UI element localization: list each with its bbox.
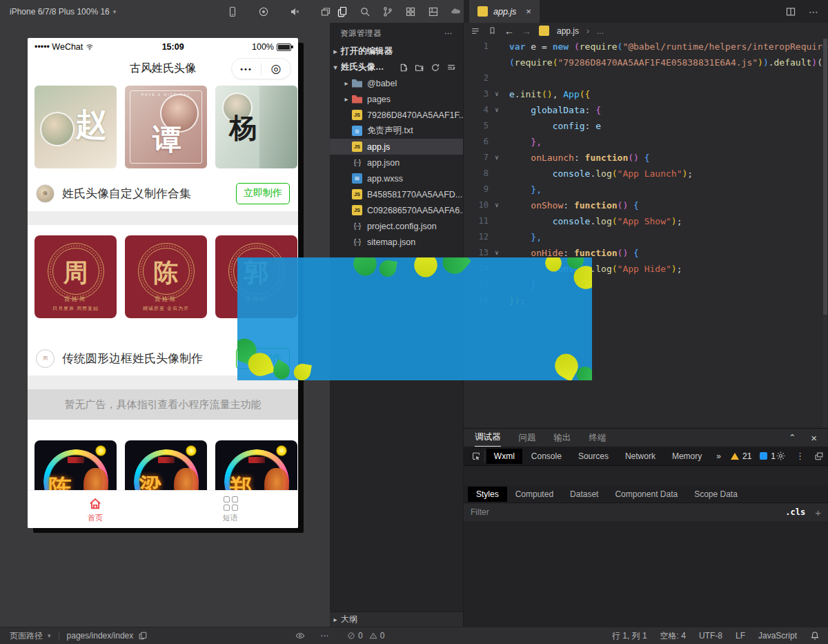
debugger-tab-输出[interactable]: 输出 [554,432,571,444]
project-root-row[interactable]: ▾姓氏头像框... [330,59,463,75]
avatar-neon-chen[interactable]: 陈 [34,440,117,490]
devtools-tab-sources[interactable]: Sources [571,449,616,464]
editor-scrollbar[interactable] [823,39,827,428]
mute-icon[interactable] [288,6,300,17]
avatar-red-zhou[interactable]: 周 我姓周 日月星辰 周而复始 [34,235,117,318]
file-row-@babel[interactable]: ▸@babel [330,75,463,91]
file-row-app.wxss[interactable]: app.wxss [330,170,463,186]
avatar-photo-zhao[interactable]: 赵 [34,86,117,168]
styles-tab-scope-data[interactable]: Scope Data [686,487,746,502]
close-icon[interactable]: × [526,6,531,17]
file-row-pages[interactable]: ▸pages [330,91,463,107]
bookmark-icon[interactable] [488,26,497,35]
more-icon[interactable]: ⋯ [809,6,818,17]
record-icon[interactable] [257,6,269,17]
avatar-neon-zheng[interactable]: 郑 [215,440,297,490]
fold-chevron-icon[interactable]: ∨ [489,102,505,118]
exit-target-icon[interactable]: ◎ [262,61,290,76]
fold-chevron-icon[interactable]: ∨ [489,150,505,166]
phone-icon[interactable] [226,6,238,17]
file-row-sitemap.json[interactable]: sitemap.json [330,234,463,250]
inspect-element-icon[interactable] [468,450,485,462]
collapse-all-icon[interactable] [446,63,456,72]
breadcrumb-more[interactable]: ... [597,26,604,36]
encoding[interactable]: UTF-8 [699,631,722,641]
outline-menu-icon[interactable] [471,26,480,36]
styles-tab-styles[interactable]: Styles [468,487,507,502]
avatar-photo-tan[interactable]: HAVE A NICE DAY 谭 [125,86,207,168]
settings-gear-icon[interactable] [776,451,786,461]
search-icon[interactable] [359,6,371,17]
explorer-more-icon[interactable]: ⋯ [444,28,453,38]
tab-overflow-icon[interactable]: » [716,451,721,461]
add-style-icon[interactable]: + [815,507,821,518]
filter-input[interactable]: Filter [471,507,489,517]
back-arrow-icon[interactable]: ← [504,26,514,37]
cloud-icon[interactable] [450,6,462,17]
more-dots-icon[interactable]: ••• [232,65,261,73]
file-row-B458581770AA5AAFD...[interactable]: B458581770AA5AAFD... [330,186,463,202]
undock-icon[interactable] [814,451,824,461]
git-branch-icon[interactable] [382,6,393,17]
outline-section[interactable]: ▸大纲 [330,612,463,627]
json-file-icon [352,237,362,247]
bell-icon[interactable] [810,631,820,641]
eye-icon[interactable] [295,631,305,641]
copy-icon[interactable] [138,631,148,641]
devtools-tab-wxml[interactable]: Wxml [486,449,522,464]
eol-setting[interactable]: LF [736,631,745,641]
code-line: 6 }, [464,134,828,150]
breadcrumb-file[interactable]: app.js [557,26,579,36]
forward-arrow-icon[interactable]: → [522,26,531,37]
fold-chevron-icon[interactable]: ∨ [489,197,505,213]
file-row-_.txt[interactable]: 免责声明.txt [330,123,463,139]
language-mode[interactable]: JavaScript [758,631,797,641]
styles-tab-computed[interactable]: Computed [507,487,562,502]
warning-count[interactable]: 0 [380,631,385,641]
layout-icon[interactable] [427,6,439,17]
leaf-decoration [349,257,381,280]
devtools-tab-network[interactable]: Network [618,449,663,464]
files-icon[interactable] [336,6,348,17]
devtools-tab-console[interactable]: Console [524,449,569,464]
cursor-position[interactable]: 行 1, 列 1 [612,630,647,642]
windows-icon[interactable] [319,6,331,17]
info-count[interactable]: 1 [771,451,776,461]
file-row-app.json[interactable]: app.json [330,155,463,170]
avatar-red-chen[interactable]: 陈 我姓陈 精诚所至 金石为开 [125,235,207,318]
file-row-C092686570AA5AAFA6...[interactable]: C092686570AA5AAFA6... [330,202,463,218]
device-selector[interactable]: iPhone 6/7/8 Plus 100% 16 ▾ [0,7,116,17]
file-row-79286D8470AA5AAF1F...[interactable]: 79286D8470AA5AAF1F... [330,107,463,123]
tab-home[interactable]: 首页 [28,491,163,528]
open-editors-section[interactable]: ▸打开的编辑器 [330,43,463,59]
page-path-label[interactable]: 页面路径 [10,630,43,642]
avatar-photo-yang[interactable]: 杨 [215,86,297,168]
styles-tab-dataset[interactable]: Dataset [562,487,607,502]
new-file-icon[interactable] [399,63,408,72]
make-now-button[interactable]: 立即制作 [236,183,290,204]
refresh-icon[interactable] [431,63,440,72]
debugger-tab-终端[interactable]: 终端 [589,432,607,444]
file-row-project.config.json[interactable]: project.config.json [330,218,463,234]
styles-tab-component-data[interactable]: Component Data [607,487,686,502]
file-row-app.js[interactable]: app.js [330,139,463,155]
collapse-panel-icon[interactable]: ⌃ [789,433,796,442]
indent-setting[interactable]: 空格: 4 [660,630,686,642]
close-panel-icon[interactable]: × [811,432,817,444]
page-path-value[interactable]: pages/index/index [67,631,134,641]
tab-app-js[interactable]: app.js × [469,0,540,23]
debugger-tab-调试器[interactable]: 调试器 [475,429,501,447]
kebab-menu-icon[interactable]: ⋮ [796,451,805,461]
more-icon[interactable]: ⋯ [320,631,328,641]
debugger-tab-问题[interactable]: 问题 [519,432,536,444]
warning-count[interactable]: 21 [742,451,751,461]
cls-toggle[interactable]: .cls [785,507,805,517]
extensions-icon[interactable] [404,6,416,17]
error-count[interactable]: 0 [358,631,363,641]
new-folder-icon[interactable] [415,63,424,72]
avatar-neon-liang[interactable]: 梁 [125,440,207,490]
fold-chevron-icon[interactable]: ∨ [489,86,505,102]
devtools-tab-memory[interactable]: Memory [664,449,709,464]
tab-phrases[interactable]: 短语 [163,491,298,528]
split-editor-icon[interactable] [785,6,796,17]
